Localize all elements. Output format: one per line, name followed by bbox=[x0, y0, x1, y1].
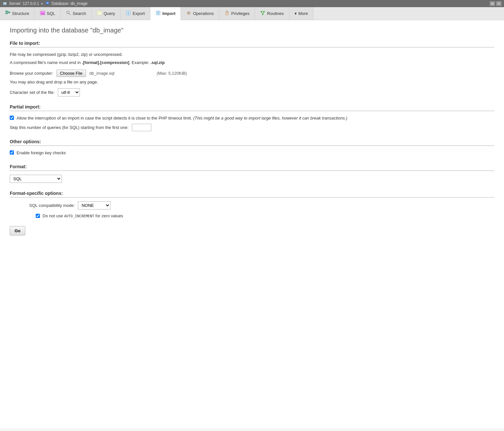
interrupt-checkbox[interactable] bbox=[10, 116, 14, 120]
svg-line-13 bbox=[69, 13, 70, 15]
main-content: Importing into the database "db_image" F… bbox=[0, 20, 504, 428]
foreign-key-label: Enable foreign key checks bbox=[17, 150, 66, 156]
tab-export[interactable]: Export bbox=[120, 7, 150, 20]
tab-more[interactable]: ▾ More bbox=[289, 7, 314, 20]
other-options-section: Other options: Enable foreign key checks bbox=[10, 139, 494, 156]
tab-routines[interactable]: Routines bbox=[255, 7, 289, 20]
foreign-key-row: Enable foreign key checks bbox=[10, 150, 494, 156]
tab-import-label: Import bbox=[162, 11, 175, 16]
titlebar-controls: ⚙ ✕ bbox=[490, 1, 501, 6]
format-specific-header: Format-specific options: bbox=[10, 191, 494, 197]
routines-icon bbox=[260, 10, 265, 17]
other-options-header: Other options: bbox=[10, 139, 494, 146]
auto-inc-text2: for zero values bbox=[95, 213, 123, 218]
tab-sql[interactable]: SQL SQL bbox=[35, 7, 61, 20]
tab-privileges-label: Privileges bbox=[231, 11, 249, 16]
tab-query[interactable]: Query bbox=[92, 7, 120, 20]
skip-input[interactable]: 0 bbox=[132, 124, 151, 131]
auto-increment-row: Do not use AUTO_INCREMENT for zero value… bbox=[36, 213, 494, 218]
tabbar: Structure SQL SQL Search Query Export Im… bbox=[0, 7, 504, 20]
page-title: Importing into the database "db_image" bbox=[10, 27, 494, 34]
interrupt-label: Allow the interruption of an import in c… bbox=[17, 115, 347, 121]
interrupt-row: Allow the interruption of an import in c… bbox=[10, 115, 494, 121]
tab-operations[interactable]: Operations bbox=[181, 7, 219, 20]
svg-rect-1 bbox=[3, 3, 6, 3]
format-section: Format: SQL CSV CSV using LOAD DATA ODS … bbox=[10, 164, 494, 183]
partial-import-header: Partial import: bbox=[10, 104, 494, 111]
close-button[interactable]: ✕ bbox=[496, 1, 501, 6]
tab-operations-label: Operations bbox=[193, 11, 214, 16]
partial-import-section: Partial import: Allow the interruption o… bbox=[10, 104, 494, 132]
titlebar-separator: » bbox=[41, 1, 43, 6]
auto-inc-code: AUTO_INCREMENT bbox=[64, 214, 94, 218]
foreign-key-checkbox[interactable] bbox=[10, 150, 14, 155]
browse-label: Browse your computer: bbox=[10, 71, 53, 76]
format-header: Format: bbox=[10, 164, 494, 171]
sql-compat-row: SQL compatibility mode: NONE ANSI DB2 MA… bbox=[29, 201, 494, 209]
titlebar-db-icon bbox=[45, 1, 50, 6]
query-icon bbox=[97, 10, 102, 17]
auto-inc-label: Do not use AUTO_INCREMENT for zero value… bbox=[43, 213, 123, 218]
operations-icon bbox=[186, 10, 191, 17]
desc2-bold: .[format].[compression] bbox=[82, 60, 129, 65]
skip-row: Skip this number of queries (for SQL) st… bbox=[10, 124, 494, 131]
file-import-header: File to import: bbox=[10, 41, 494, 47]
format-specific-section: Format-specific options: SQL compatibili… bbox=[10, 191, 494, 218]
interrupt-italic: (This might be a good way to import larg… bbox=[193, 116, 347, 120]
charset-select[interactable]: utf-8 latin1 utf-16 bbox=[58, 88, 80, 96]
svg-text:SQL: SQL bbox=[41, 12, 45, 15]
charset-label: Character set of the file: bbox=[10, 90, 55, 95]
database-icon bbox=[45, 1, 50, 6]
svg-rect-2 bbox=[3, 4, 6, 4]
tab-privileges[interactable]: Privileges bbox=[219, 7, 255, 20]
auto-increment-checkbox[interactable] bbox=[36, 214, 40, 218]
desc2-end: . Example: bbox=[129, 60, 150, 65]
drag-note: You may also drag and drop a file on any… bbox=[10, 80, 494, 84]
titlebar: Server: 127.0.0.1 » Database: db_image ⚙… bbox=[0, 0, 504, 7]
svg-rect-5 bbox=[6, 13, 7, 14]
browse-row: Browse your computer: Choose File db_ima… bbox=[10, 70, 494, 77]
import-icon bbox=[156, 10, 161, 17]
tab-sql-label: SQL bbox=[47, 11, 55, 16]
svg-point-12 bbox=[67, 11, 69, 14]
go-button-container: Go bbox=[10, 226, 494, 235]
file-import-section: File to import: File may be compressed (… bbox=[10, 41, 494, 96]
tab-query-label: Query bbox=[104, 11, 115, 16]
titlebar-server: Server: 127.0.0.1 bbox=[9, 1, 39, 6]
structure-icon bbox=[5, 10, 10, 17]
svg-rect-14 bbox=[97, 11, 102, 15]
titlebar-server-icon bbox=[3, 1, 7, 6]
server-icon bbox=[3, 1, 7, 6]
more-dropdown-icon: ▾ bbox=[295, 11, 297, 16]
tab-export-label: Export bbox=[132, 11, 145, 16]
sql-icon: SQL bbox=[40, 10, 45, 17]
privileges-icon bbox=[224, 10, 230, 17]
settings-button[interactable]: ⚙ bbox=[490, 1, 495, 6]
file-import-desc1: File may be compressed (gzip, bzip2, zip… bbox=[10, 51, 494, 58]
format-select[interactable]: SQL CSV CSV using LOAD DATA ODS XML bbox=[10, 175, 62, 183]
interrupt-text: Allow the interruption of an import in c… bbox=[17, 116, 192, 120]
sql-compat-label: SQL compatibility mode: bbox=[29, 203, 75, 208]
desc2-example: .sql.zip bbox=[150, 60, 165, 65]
tab-structure[interactable]: Structure bbox=[0, 7, 35, 20]
go-button[interactable]: Go bbox=[10, 226, 25, 235]
tab-search-label: Search bbox=[73, 11, 86, 16]
export-icon bbox=[126, 10, 131, 17]
skip-label: Skip this number of queries (for SQL) st… bbox=[10, 125, 129, 130]
max-size: (Max: 5,120KiB) bbox=[157, 71, 187, 76]
tab-structure-label: Structure bbox=[12, 11, 29, 16]
sql-compat-select[interactable]: NONE ANSI DB2 MAXDB MYSQL323 MYSQL40 MSS… bbox=[78, 201, 110, 209]
titlebar-database: Database: db_image bbox=[52, 1, 88, 6]
auto-inc-text1: Do not use bbox=[43, 213, 63, 218]
filename-display: db_image.sql bbox=[89, 71, 114, 76]
tab-import[interactable]: Import bbox=[150, 7, 181, 20]
tab-search[interactable]: Search bbox=[61, 7, 92, 20]
svg-rect-26 bbox=[226, 13, 228, 15]
file-import-desc2: A compressed file's name must end in .[f… bbox=[10, 59, 494, 66]
svg-rect-4 bbox=[6, 11, 7, 12]
desc2-text: A compressed file's name must end in bbox=[10, 60, 82, 65]
tab-more-label: More bbox=[298, 11, 308, 16]
search-icon bbox=[66, 10, 71, 17]
choose-file-button[interactable]: Choose File bbox=[57, 70, 86, 77]
svg-rect-6 bbox=[8, 12, 10, 13]
